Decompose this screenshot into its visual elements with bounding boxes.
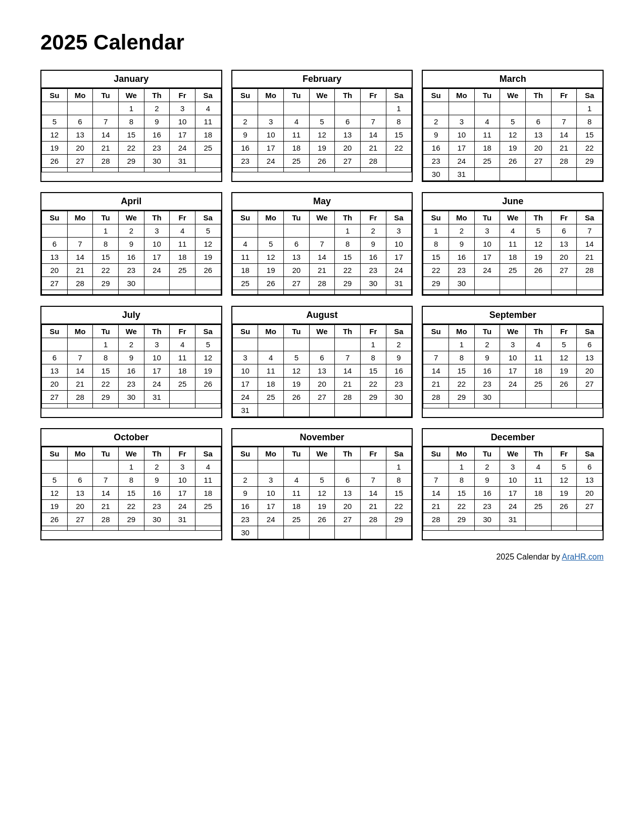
day-cell: 18 [525,364,551,378]
day-cell [423,460,449,474]
week-row: 19202122232425 [42,500,221,513]
week-row: 12345 [42,338,221,351]
day-cell [551,102,577,115]
day-header: Fr [360,325,386,338]
day-header: Th [525,447,551,460]
day-cell: 5 [309,115,335,128]
day-header: Su [232,89,258,102]
day-cell: 20 [335,500,361,513]
day-cell: 28 [423,391,449,404]
week-row [42,290,221,295]
day-cell: 4 [283,474,309,487]
day-header: Sa [386,325,412,338]
day-cell [195,277,221,290]
day-cell [144,290,170,295]
month-title: September [423,307,603,325]
day-cell: 15 [118,487,144,500]
week-row: 25262728293031 [232,277,412,290]
day-header: Sa [195,211,221,224]
day-cell: 18 [283,500,309,513]
day-cell: 16 [232,142,258,155]
day-cell: 5 [258,238,284,251]
day-cell [551,526,577,531]
day-cell: 13 [335,487,361,500]
day-cell: 3 [144,338,170,351]
month-table: SuMoTuWeThFrSa12345678910111213141516171… [232,447,412,539]
day-cell: 24 [500,500,526,513]
day-cell: 7 [360,115,386,128]
day-cell: 29 [118,513,144,526]
day-cell [283,404,309,417]
day-cell [232,460,258,474]
day-header: Tu [93,447,119,460]
day-cell: 4 [525,338,551,351]
week-row: 262728293031 [42,513,221,526]
day-cell: 10 [474,238,500,251]
week-row: 19202122232425 [42,142,221,155]
day-cell: 28 [360,513,386,526]
day-cell: 1 [577,102,603,115]
day-cell [500,404,526,408]
day-cell: 24 [258,513,284,526]
day-cell [93,404,119,408]
day-cell: 31 [500,513,526,526]
day-cell: 15 [360,364,386,378]
day-cell: 21 [67,264,93,277]
day-cell: 4 [195,460,221,474]
day-cell: 9 [118,238,144,251]
day-cell [170,277,195,290]
day-cell: 28 [309,277,335,290]
day-header: Sa [386,89,412,102]
day-cell: 3 [258,115,284,128]
day-cell: 25 [525,500,551,513]
day-cell [309,290,335,295]
day-cell: 9 [232,487,258,500]
day-cell [144,168,170,172]
day-cell: 8 [449,474,474,487]
day-cell: 11 [500,238,526,251]
day-cell: 28 [93,155,119,168]
day-cell [500,277,526,290]
day-cell: 19 [42,500,68,513]
day-cell: 20 [42,378,68,391]
day-cell [42,168,68,172]
day-cell: 1 [335,224,361,238]
day-cell: 1 [449,460,474,474]
day-cell: 26 [500,155,526,168]
day-cell: 25 [283,513,309,526]
day-header: We [118,211,144,224]
day-cell [195,155,221,168]
day-header: Fr [551,89,577,102]
day-cell: 19 [283,378,309,391]
day-cell: 10 [170,115,195,128]
day-cell: 9 [144,115,170,128]
month-title: January [41,71,221,88]
week-row [42,526,221,531]
week-row: 24252627282930 [232,391,412,404]
day-cell [423,290,449,295]
footer-link[interactable]: AraHR.com [562,552,604,561]
day-cell: 27 [525,155,551,168]
day-cell [423,102,449,115]
day-cell: 6 [309,351,335,364]
week-row: 2345678 [423,115,603,128]
day-cell: 3 [500,460,526,474]
day-cell [577,168,603,181]
day-cell: 11 [170,351,195,364]
day-cell: 23 [360,264,386,277]
day-cell: 23 [474,500,500,513]
month-title: November [232,429,412,447]
day-header: Su [42,325,68,338]
day-cell: 13 [577,351,603,364]
day-cell: 5 [195,224,221,238]
week-row: 567891011 [42,115,221,128]
week-row: 282930 [423,391,603,404]
month-title: March [423,71,603,88]
day-cell: 15 [449,364,474,378]
day-cell: 2 [449,224,474,238]
day-cell: 23 [144,500,170,513]
day-cell: 28 [551,155,577,168]
day-cell: 10 [170,474,195,487]
month-block-august: AugustSuMoTuWeThFrSa12345678910111213141… [231,306,413,418]
day-cell [551,277,577,290]
